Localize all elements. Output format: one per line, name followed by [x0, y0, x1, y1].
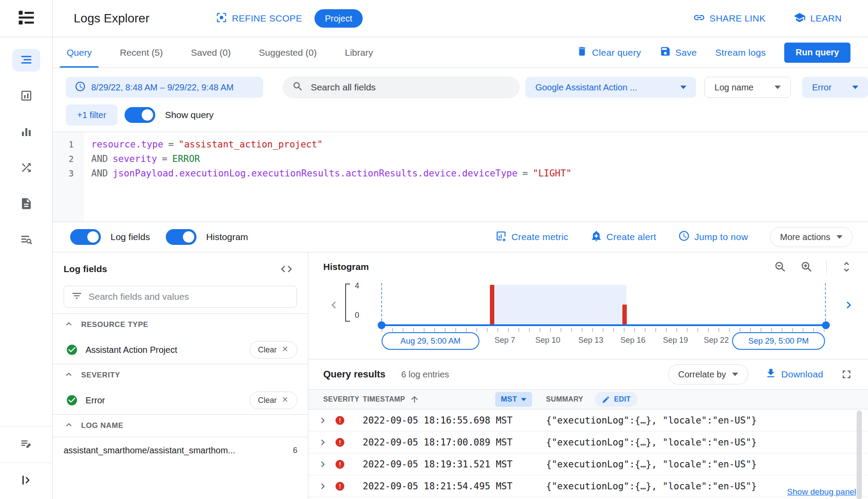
add-filter-chip[interactable]: +1 filter [66, 104, 118, 126]
log-summary: {"executionLog":{…}, "locale":"en-US"} [546, 459, 868, 470]
log-summary: {"executionLog":{…}, "locale":"en-US"} [546, 415, 868, 426]
search-all-fields [282, 76, 520, 98]
resource-type-item: Assistant Action Project Clear [53, 336, 308, 364]
chevron-left-icon [327, 298, 341, 312]
log-name-item[interactable]: assistant_smarthome/assistant_smarthom..… [53, 437, 308, 463]
more-actions-button[interactable]: More actions [770, 227, 853, 247]
nav-log-analytics[interactable] [12, 85, 40, 108]
line-number: 3 [53, 166, 84, 181]
rail-bottom [0, 427, 52, 463]
results-scrollbar[interactable] [857, 410, 862, 499]
check-circle-icon [66, 394, 78, 406]
log-entry-row[interactable]: 2022-09-05 18:16:55.698 MST {"executionL… [308, 409, 868, 431]
clock-icon [678, 230, 690, 244]
query-operator: = [518, 168, 533, 179]
fields-search-input[interactable] [89, 291, 289, 302]
log-entry-row[interactable]: 2022-09-05 18:17:00.089 MST {"executionL… [308, 431, 868, 453]
create-metric-button[interactable]: Create metric [495, 230, 568, 244]
expand-row-icon[interactable] [317, 481, 329, 492]
histogram-bar [490, 285, 494, 324]
query-editor: 1 resource.type="assistant_action_projec… [53, 132, 868, 222]
clear-severity-button[interactable]: Clear [250, 391, 297, 409]
tab-recent[interactable]: Recent (5) [112, 37, 171, 68]
resource-filter-dropdown[interactable]: Google Assistant Action ... [525, 77, 696, 98]
jump-to-now-button[interactable]: Jump to now [678, 230, 748, 244]
refine-scope-button[interactable]: REFINE SCOPE [215, 11, 302, 26]
chevron-down-icon [680, 86, 686, 89]
tab-query[interactable]: Query [59, 37, 100, 68]
tab-saved[interactable]: Saved (0) [183, 37, 239, 68]
correlate-by-button[interactable]: Correlate by [668, 364, 748, 384]
expand-row-icon[interactable] [317, 415, 329, 426]
histogram-toggle[interactable] [166, 229, 196, 245]
pan-right-button[interactable] [842, 298, 856, 313]
log-fields-toggle[interactable] [70, 229, 101, 245]
save-button[interactable]: Save [660, 46, 697, 59]
column-summary: SUMMARY EDIT [546, 392, 868, 407]
sort-ascending-icon[interactable] [410, 395, 419, 404]
query-value: "assistant_action_project" [179, 139, 323, 150]
tab-bar: Query Recent (5) Saved (0) Suggested (0)… [53, 37, 868, 68]
column-severity: SEVERITY [308, 395, 363, 403]
tab-library[interactable]: Library [337, 37, 381, 68]
expand-row-icon[interactable] [317, 459, 329, 470]
section-log-name[interactable]: LOG NAME [53, 415, 308, 437]
tab-suggested[interactable]: Suggested (0) [251, 37, 325, 68]
query-field: severity [113, 154, 157, 164]
clock-icon [75, 81, 86, 94]
create-alert-button[interactable]: Create alert [590, 230, 656, 244]
nav-log-storage[interactable] [12, 193, 40, 215]
fullscreen-button[interactable] [840, 368, 853, 381]
expand-panel-icon [20, 474, 33, 488]
section-severity[interactable]: SEVERITY [53, 364, 308, 386]
zoom-in-button[interactable] [800, 260, 813, 273]
time-axis-ticks [382, 328, 826, 332]
time-range-slider-track[interactable] [382, 324, 826, 326]
clear-query-button[interactable]: Clear query [576, 46, 641, 59]
show-query-toggle[interactable] [125, 107, 155, 123]
log-entry-row[interactable]: 2022-09-05 18:19:31.521 MST {"executionL… [308, 453, 868, 475]
search-all-fields-input[interactable] [311, 82, 510, 93]
y-axis-min-label: 0 [355, 311, 359, 320]
query-editor-code[interactable]: 1 resource.type="assistant_action_projec… [53, 132, 868, 181]
x-axis-tick-label: Sep 22 [704, 336, 729, 345]
expand-histogram-button[interactable] [840, 260, 853, 273]
section-resource-type[interactable]: RESOURCE TYPE [53, 314, 308, 336]
check-circle-icon [66, 344, 78, 356]
left-nav-rail [0, 0, 53, 499]
query-line: 2 ANDseverity=ERROR [53, 152, 868, 166]
query-field: resource.type [91, 139, 163, 150]
query-operator: = [163, 139, 179, 150]
stream-logs-button[interactable]: Stream logs [715, 47, 766, 58]
nav-logs-metrics[interactable] [12, 121, 40, 144]
range-slider-handle-end[interactable] [822, 321, 830, 329]
histogram-plot-area[interactable] [382, 285, 826, 324]
run-query-button[interactable]: Run query [784, 43, 850, 63]
logs-explorer-icon [20, 53, 33, 68]
severity-filter-dropdown[interactable]: Error [802, 77, 868, 98]
range-slider-handle-start[interactable] [378, 321, 386, 329]
nav-log-router[interactable] [12, 157, 40, 179]
column-timestamp[interactable]: TIMESTAMP MST [363, 392, 546, 407]
learn-button[interactable]: LEARN [793, 11, 842, 26]
log-fields-header: Log fields [53, 252, 308, 286]
expand-nav-button[interactable] [12, 469, 40, 492]
nav-logs-search[interactable] [12, 229, 40, 251]
expand-row-icon[interactable] [317, 437, 329, 448]
nav-log-scopes[interactable] [12, 433, 40, 456]
time-range-chip[interactable]: 8/29/22, 8:48 AM – 9/29/22, 9:48 AM [66, 77, 263, 98]
show-debug-panel-link[interactable]: Show debug panel [784, 487, 856, 497]
zoom-out-button[interactable] [774, 260, 787, 273]
clear-resource-type-button[interactable]: Clear [250, 341, 297, 359]
code-view-button[interactable] [280, 262, 293, 276]
pan-left-button[interactable] [327, 298, 341, 313]
edit-summary-button[interactable]: EDIT [595, 392, 638, 407]
scope-project-badge[interactable]: Project [314, 9, 363, 28]
timezone-chip[interactable]: MST [495, 392, 532, 407]
download-button[interactable]: Download [765, 367, 823, 381]
tab-actions: Clear query Save Stream logs Run query [576, 37, 850, 68]
log-name-filter-dropdown[interactable]: Log name [704, 77, 791, 98]
nav-logs-explorer[interactable] [12, 49, 40, 72]
query-results-header: Query results 6 log entries Correlate by… [308, 359, 868, 389]
share-link-button[interactable]: SHARE LINK [693, 11, 766, 26]
